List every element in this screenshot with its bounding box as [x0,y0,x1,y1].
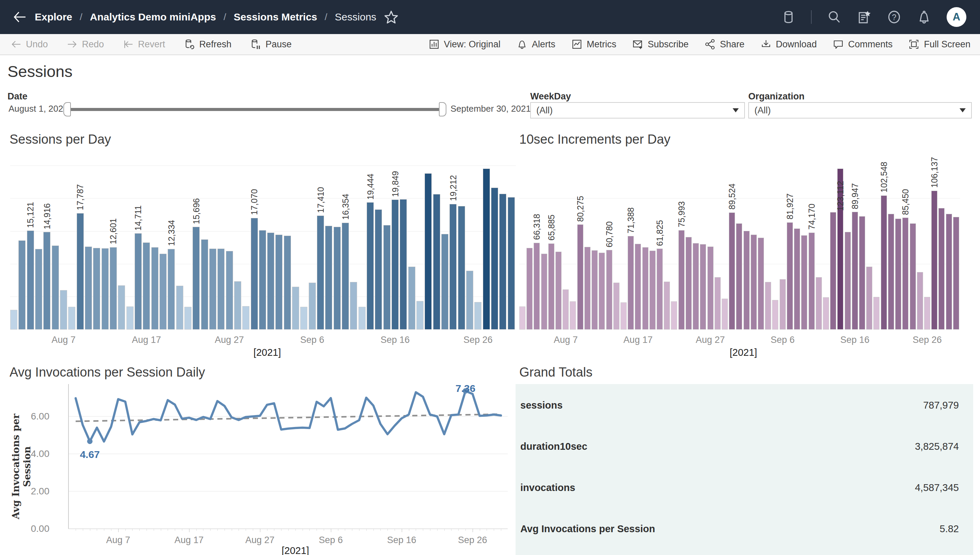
bar-Aug 24[interactable] [201,239,208,330]
bar-Aug 31[interactable] [736,223,742,330]
bar-Sep 29[interactable] [946,214,952,330]
bar-Aug 11[interactable] [592,250,598,330]
bar-Sep 29[interactable] [499,194,506,330]
bar-Sep 25[interactable] [917,272,923,330]
bar-Aug 20[interactable] [167,249,175,330]
sessions-per-day-chart[interactable]: 15,12114,91617,78712,60114,71112,33415,6… [10,159,516,330]
bar-Sep 24[interactable] [458,206,465,330]
bar-Aug 15[interactable] [126,306,134,330]
bar-Aug 29[interactable] [722,298,728,330]
pause-button[interactable]: Pause [250,38,292,50]
bar-Aug 23[interactable] [678,230,685,330]
bar-Aug 12[interactable] [101,248,109,330]
bar-Aug 4[interactable] [35,249,42,330]
bar-Aug 14[interactable] [613,282,620,330]
bar-Sep 3[interactable] [284,236,291,330]
bar-Sep 28[interactable] [938,208,945,330]
bar-Sep 28[interactable] [491,188,498,330]
bar-Sep 6[interactable] [780,279,786,330]
bar-Aug 6[interactable] [52,245,59,330]
bar-Sep 16[interactable] [852,212,858,330]
bar-Sep 23[interactable] [902,218,908,330]
metrics-button[interactable]: Metrics [571,38,616,50]
bar-Sep 30[interactable] [508,197,515,330]
bar-Sep 18[interactable] [866,266,872,330]
bar-Sep 10[interactable] [342,223,349,330]
breadcrumb-workbook[interactable]: Sessions Metrics [234,11,317,23]
bar-Sep 27[interactable] [483,168,490,330]
bar-Sep 8[interactable] [794,228,800,330]
bar-Sep 3[interactable] [758,237,764,330]
bar-Sep 12[interactable] [359,307,365,330]
bar-Sep 9[interactable] [333,227,341,330]
undo-button[interactable]: Undo [10,38,48,50]
bar-Sep 5[interactable] [300,307,307,330]
bar-Sep 7[interactable] [317,215,324,330]
bar-Sep 20[interactable] [425,173,432,330]
bar-Aug 31[interactable] [259,230,266,330]
bar-Aug 5[interactable] [548,244,554,330]
weekday-dropdown[interactable]: (All) [530,102,745,119]
bar-Aug 19[interactable] [650,250,656,330]
view-original-button[interactable]: View: Original [428,38,500,50]
bar-Sep 14[interactable] [375,209,382,330]
bar-Sep 1[interactable] [267,233,274,330]
bar-Aug 19[interactable] [159,253,167,330]
bar-Aug 27[interactable] [707,247,713,330]
help-icon[interactable]: ? [887,10,902,24]
bar-Aug 13[interactable] [110,247,117,330]
bar-Aug 7[interactable] [563,289,569,330]
bar-Aug 26[interactable] [700,244,706,330]
bar-Aug 17[interactable] [143,242,150,330]
bar-Aug 27[interactable] [226,251,233,330]
breadcrumb-explore[interactable]: Explore [35,11,72,23]
bar-Aug 28[interactable] [714,277,721,330]
bar-Sep 21[interactable] [888,214,894,330]
bar-Aug 21[interactable] [664,282,670,330]
bar-Aug 30[interactable] [251,218,258,330]
bar-Sep 22[interactable] [441,234,449,330]
redo-button[interactable]: Redo [66,38,104,50]
bar-Sep 13[interactable] [830,212,836,330]
favorites-list-icon[interactable] [857,10,872,24]
bar-Sep 22[interactable] [895,218,901,330]
bar-Aug 26[interactable] [217,249,225,330]
search-icon[interactable] [827,10,842,24]
bar-Sep 25[interactable] [466,271,473,330]
bar-Sep 26[interactable] [474,302,481,330]
bar-Aug 9[interactable] [77,213,84,330]
bar-Aug 22[interactable] [184,307,191,330]
bar-Sep 8[interactable] [325,226,332,330]
bar-Aug 29[interactable] [242,306,249,330]
bar-Aug 13[interactable] [606,250,612,330]
bar-Sep 10[interactable] [809,233,815,330]
bar-Aug 16[interactable] [628,236,634,330]
share-button[interactable]: Share [704,38,745,50]
bar-Sep 7[interactable] [787,222,793,330]
bar-Sep 1[interactable] [743,231,750,330]
bar-Sep 17[interactable] [859,216,865,330]
bar-Sep 9[interactable] [801,235,807,330]
bar-Sep 30[interactable] [953,217,959,330]
bar-Aug 21[interactable] [176,286,183,330]
bar-Sep 18[interactable] [408,266,415,330]
bar-Sep 2[interactable] [751,234,757,330]
bar-Aug 25[interactable] [693,243,699,330]
bar-Aug 28[interactable] [234,281,241,330]
bar-Sep 23[interactable] [449,204,457,330]
bar-Aug 18[interactable] [151,247,158,330]
subscribe-button[interactable]: Subscribe [632,38,689,50]
bar-Aug 14[interactable] [118,286,125,330]
bar-Aug 24[interactable] [686,237,692,330]
breadcrumb-project[interactable]: Analytics Demo miniApps [90,11,216,23]
bar-Aug 25[interactable] [209,249,216,330]
bar-Aug 30[interactable] [729,212,735,330]
bar-Aug 2[interactable] [526,248,533,330]
bar-Sep 27[interactable] [931,191,937,330]
bar-Sep 17[interactable] [400,199,407,330]
bar-Sep 21[interactable] [433,194,440,330]
bar-Aug 9[interactable] [577,225,583,330]
bar-Sep 24[interactable] [910,223,916,330]
bar-Sep 19[interactable] [417,301,423,330]
full-screen-button[interactable]: Full Screen [908,38,970,50]
